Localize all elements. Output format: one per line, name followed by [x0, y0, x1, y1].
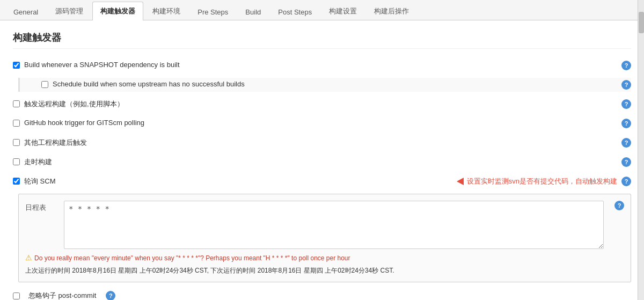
schedule-section: 日程表 * * * * * ? ⚠ Do you really mean "ev… [18, 194, 631, 282]
label-github-hook: GitHub hook trigger for GITScm polling [24, 119, 617, 127]
trigger-row-remote: 触发远程构建（例如,使用脚本）? [13, 97, 631, 111]
schedule-help-icon[interactable]: ? [614, 201, 624, 210]
tab-env[interactable]: 构建环境 [144, 2, 188, 20]
scrollbar[interactable] [638, 0, 644, 300]
page-title: 构建触发器 [13, 31, 631, 49]
label-remote: 触发远程构建（例如,使用脚本） [24, 99, 617, 109]
checkbox-github-hook[interactable] [13, 120, 20, 127]
label-timed: 走时构建 [24, 157, 617, 167]
tab-bar: General源码管理构建触发器构建环境Pre StepsBuildPost S… [0, 0, 644, 20]
checkbox-other-project[interactable] [13, 139, 20, 146]
warning-text: Do you really mean "every minute" when y… [34, 253, 350, 263]
label-schedule-no-builds: Schedule build when some upstream has no… [53, 80, 617, 88]
help-remote[interactable]: ? [621, 99, 631, 109]
tab-trigger[interactable]: 构建触发器 [92, 2, 143, 20]
trigger-row-poll-scm: 轮询 SCM设置实时监测svn是否有提交代码，自动触发构建? [13, 174, 631, 188]
trigger-row-snapshot: Build whenever a SNAPSHOT dependency is … [13, 58, 631, 72]
annotation-arrow-icon [457, 178, 464, 185]
tab-postbuild[interactable]: 构建后操作 [366, 2, 417, 20]
label-snapshot: Build whenever a SNAPSHOT dependency is … [24, 61, 617, 69]
checkbox-timed[interactable] [13, 158, 20, 165]
help-poll-scm[interactable]: ? [621, 177, 631, 186]
main-content: 构建触发器 Build whenever a SNAPSHOT dependen… [0, 20, 644, 300]
help-snapshot[interactable]: ? [621, 61, 631, 70]
bottom-row: 忽略钩子 post-commit ? [13, 291, 631, 300]
tab-settings[interactable]: 构建设置 [321, 2, 365, 20]
help-other-project[interactable]: ? [621, 138, 631, 148]
annotation-text: 设置实时监测svn是否有提交代码，自动触发构建 [467, 177, 617, 186]
trigger-row-github-hook: GitHub hook trigger for GITScm polling? [13, 116, 631, 130]
warning-block: ⚠ Do you really mean "every minute" when… [25, 253, 624, 275]
label-other-project: 其他工程构建后触发 [24, 138, 617, 148]
schedule-label: 日程表 [25, 201, 57, 213]
scrollbar-thumb[interactable] [639, 12, 644, 33]
ignore-hook-label: 忽略钩子 post-commit [28, 291, 96, 300]
time-info: 上次运行的时间 2018年8月16日 星期四 上午02时24分34秒 CST, … [25, 266, 624, 275]
schedule-textarea[interactable]: * * * * * [64, 201, 604, 249]
tab-poststeps[interactable]: Post Steps [270, 3, 320, 20]
help-timed[interactable]: ? [621, 157, 631, 167]
trigger-row-other-project: 其他工程构建后触发? [13, 136, 631, 150]
help-schedule-no-builds[interactable]: ? [621, 80, 631, 90]
tab-build[interactable]: Build [237, 3, 269, 20]
trigger-list: Build whenever a SNAPSHOT dependency is … [13, 58, 631, 188]
checkbox-schedule-no-builds[interactable] [41, 81, 48, 88]
help-github-hook[interactable]: ? [621, 119, 631, 128]
ignore-hook-help[interactable]: ? [106, 291, 115, 300]
annotation-container: 设置实时监测svn是否有提交代码，自动触发构建 [457, 177, 617, 186]
label-poll-scm: 轮询 SCM [24, 177, 450, 186]
warning-icon: ⚠ [25, 253, 32, 262]
tab-source[interactable]: 源码管理 [47, 2, 91, 20]
trigger-row-schedule-no-builds: Schedule build when some upstream has no… [18, 78, 631, 92]
ignore-hook-checkbox[interactable] [13, 292, 20, 299]
trigger-row-timed: 走时构建? [13, 155, 631, 169]
tab-general[interactable]: General [5, 3, 46, 20]
checkbox-poll-scm[interactable] [13, 178, 20, 185]
tab-presteps[interactable]: Pre Steps [189, 3, 236, 20]
checkbox-snapshot[interactable] [13, 62, 20, 69]
checkbox-remote[interactable] [13, 100, 20, 107]
